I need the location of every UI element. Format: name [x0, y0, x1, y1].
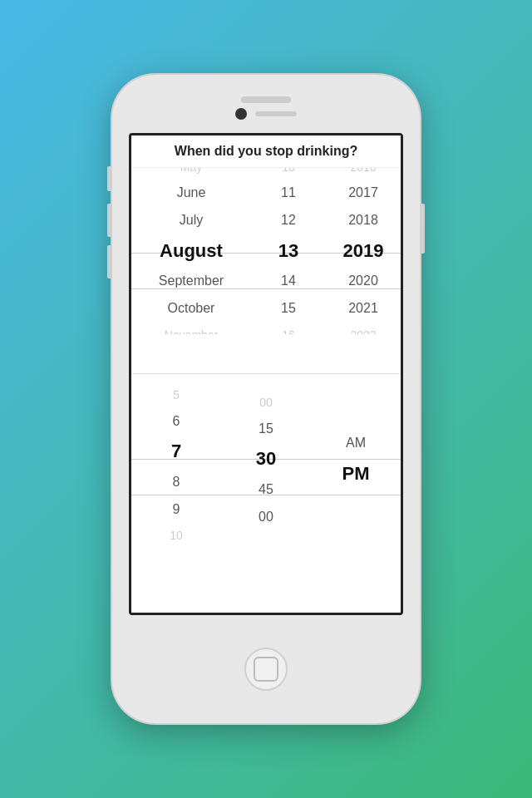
picker-item[interactable]: August — [131, 234, 251, 268]
picker-item[interactable]: 15 — [251, 295, 326, 323]
picker-item[interactable]: September — [131, 268, 251, 295]
volume-down-button[interactable] — [107, 245, 111, 278]
picker-item[interactable]: PM — [311, 457, 401, 491]
ampm-column[interactable]: AMPM — [311, 374, 401, 557]
phone-top — [112, 75, 420, 133]
picker-item[interactable]: 2017 — [326, 180, 401, 207]
home-button[interactable] — [244, 648, 288, 691]
mute-button[interactable] — [107, 166, 111, 191]
phone-bottom — [244, 615, 288, 723]
bottom-spacer — [131, 579, 401, 613]
picker-item[interactable]: June — [131, 180, 251, 207]
picker-item[interactable]: 6 — [131, 408, 221, 436]
microphone — [255, 111, 297, 116]
date-picker[interactable]: MayJuneJulyAugustSeptemberOctoberNovembe… — [131, 168, 401, 374]
picker-item[interactable]: 16 — [251, 323, 326, 334]
picker-item[interactable]: 10 — [131, 523, 221, 548]
picker-item[interactable]: July — [131, 207, 251, 234]
question-text: When did you stop drinking? — [131, 135, 401, 168]
picker-item[interactable]: 2020 — [326, 268, 401, 295]
year-column[interactable]: 2016201720182019202020212022 — [326, 168, 401, 334]
picker-item[interactable]: 45 — [221, 476, 311, 504]
picker-item[interactable]: 00 — [221, 390, 311, 415]
minute-column[interactable]: 0015304500 — [221, 374, 311, 557]
picker-item[interactable]: 2016 — [326, 168, 401, 180]
picker-item[interactable] — [221, 531, 311, 541]
picker-item[interactable]: 10 — [251, 168, 326, 180]
day-column[interactable]: 10111213141516 — [251, 168, 326, 334]
month-column[interactable]: MayJuneJulyAugustSeptemberOctoberNovembe… — [131, 168, 251, 334]
hour-column[interactable]: 5678910 — [131, 374, 221, 557]
picker-item[interactable]: May — [131, 168, 251, 180]
picker-item[interactable]: 12 — [251, 207, 326, 234]
sensors-row — [235, 108, 297, 120]
phone-frame: When did you stop drinking? MayJuneJulyA… — [112, 75, 420, 723]
picker-item[interactable]: 2018 — [326, 207, 401, 234]
home-button-icon — [254, 657, 278, 682]
picker-item[interactable]: 5 — [131, 382, 221, 407]
picker-item[interactable]: 2021 — [326, 295, 401, 323]
picker-item[interactable]: 2019 — [326, 234, 401, 268]
camera — [235, 108, 247, 120]
picker-item[interactable]: November — [131, 323, 251, 334]
picker-item[interactable]: 15 — [221, 416, 311, 443]
picker-item[interactable]: 14 — [251, 268, 326, 295]
picker-item[interactable]: October — [131, 295, 251, 323]
speaker — [241, 96, 291, 103]
picker-item[interactable]: 30 — [221, 442, 311, 476]
picker-item[interactable] — [311, 491, 401, 501]
picker-item[interactable]: 9 — [131, 496, 221, 524]
screen: When did you stop drinking? MayJuneJulyA… — [129, 133, 403, 615]
picker-item[interactable]: 2022 — [326, 323, 401, 334]
time-picker[interactable]: 5678910 0015304500 AMPM — [131, 374, 401, 579]
picker-item[interactable]: 7 — [131, 435, 221, 469]
picker-item[interactable]: AM — [311, 430, 401, 457]
picker-item[interactable]: 13 — [251, 234, 326, 268]
picker-item[interactable]: 8 — [131, 469, 221, 496]
power-button[interactable] — [421, 204, 425, 254]
volume-up-button[interactable] — [107, 204, 111, 237]
picker-item[interactable]: 00 — [221, 504, 311, 531]
picker-item[interactable]: 11 — [251, 180, 326, 207]
